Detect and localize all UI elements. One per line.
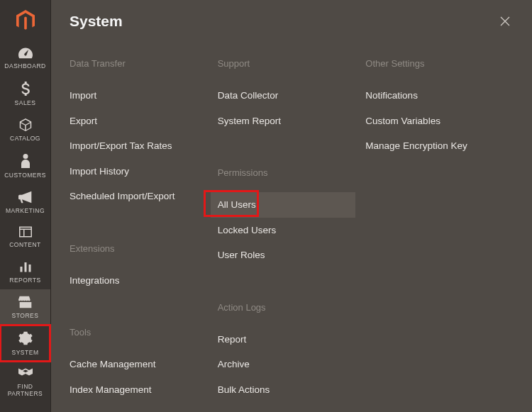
link-locked-users[interactable]: Locked Users (218, 218, 349, 243)
sidebar-item-label: STORES (12, 312, 39, 319)
sidebar-item-label: SALES (15, 99, 36, 106)
link-index-management[interactable]: Index Management (70, 377, 201, 403)
magento-logo[interactable] (0, 0, 50, 41)
link-import-export-tax-rates[interactable]: Import/Export Tax Rates (70, 133, 201, 159)
gear-icon (18, 331, 33, 345)
link-archive[interactable]: Archive (218, 352, 349, 377)
sidebar-item-sales[interactable]: SALES (0, 75, 50, 112)
link-bulk-actions[interactable]: Bulk Actions (218, 377, 349, 403)
sidebar-item-label: CATALOG (10, 135, 40, 142)
link-report[interactable]: Report (218, 327, 349, 352)
menu-column-2: Support Data Collector System Report Per… (218, 45, 366, 402)
link-notifications[interactable]: Notifications (365, 83, 497, 108)
section-tools: Tools (70, 327, 201, 338)
link-export[interactable]: Export (70, 108, 201, 134)
link-user-roles[interactable]: User Roles (218, 243, 349, 268)
link-custom-variables[interactable]: Custom Variables (365, 108, 497, 134)
dashboard-icon (18, 48, 33, 59)
sidebar-item-system[interactable]: SYSTEM (0, 325, 50, 362)
sidebar-item-customers[interactable]: CUSTOMERS (0, 147, 50, 184)
link-scheduled-import-export[interactable]: Scheduled Import/Export (70, 184, 201, 209)
bar-chart-icon (19, 260, 32, 273)
close-button[interactable] (497, 13, 514, 30)
layout-icon (19, 226, 32, 238)
sidebar-item-find-partners[interactable]: FIND PARTNERS (0, 362, 50, 403)
link-system-report[interactable]: System Report (218, 108, 349, 134)
svg-point-0 (23, 154, 28, 159)
section-data-transfer: Data Transfer (70, 58, 201, 69)
sidebar-item-label: FIND PARTNERS (0, 383, 50, 397)
section-support: Support (218, 58, 349, 69)
sidebar-item-label: CONTENT (9, 241, 41, 248)
link-cache-management[interactable]: Cache Management (70, 352, 201, 377)
link-import[interactable]: Import (70, 83, 201, 108)
section-other-settings: Other Settings (365, 58, 497, 69)
menu-columns: Data Transfer Import Export Import/Expor… (51, 45, 532, 402)
link-manage-encryption-key[interactable]: Manage Encryption Key (365, 133, 497, 159)
sidebar-item-content[interactable]: CONTENT (0, 220, 50, 254)
section-extensions: Extensions (70, 243, 201, 254)
sidebar-item-label: REPORTS (9, 277, 40, 284)
sidebar-item-label: MARKETING (6, 207, 45, 214)
sidebar-item-catalog[interactable]: CATALOG (0, 112, 50, 147)
dollar-icon (21, 82, 30, 96)
handshake-icon (18, 368, 33, 379)
link-all-users-label: All Users (218, 199, 256, 210)
link-import-history[interactable]: Import History (70, 159, 201, 184)
sidebar-item-reports[interactable]: REPORTS (0, 254, 50, 289)
admin-sidebar: DASHBOARD SALES CATALOG CUSTOMERS MARKET… (0, 0, 51, 412)
sidebar-item-dashboard[interactable]: DASHBOARD (0, 41, 50, 75)
menu-column-3: Other Settings Notifications Custom Vari… (365, 45, 514, 402)
sidebar-item-stores[interactable]: STORES (0, 289, 50, 325)
link-all-users[interactable]: All Users (211, 192, 356, 218)
system-flyout-panel: System Data Transfer Import Export Impor… (51, 0, 532, 412)
person-icon (21, 154, 30, 168)
close-icon (500, 16, 510, 26)
sidebar-item-label: SYSTEM (12, 349, 39, 356)
sidebar-item-label: DASHBOARD (4, 62, 45, 69)
sidebar-item-marketing[interactable]: MARKETING (0, 184, 50, 220)
cube-icon (19, 118, 32, 131)
sidebar-item-label: CUSTOMERS (4, 172, 46, 179)
store-icon (18, 296, 33, 308)
section-action-logs: Action Logs (218, 302, 349, 313)
section-permissions: Permissions (218, 167, 349, 178)
link-data-collector[interactable]: Data Collector (218, 83, 349, 108)
link-integrations[interactable]: Integrations (70, 268, 201, 294)
megaphone-icon (18, 191, 33, 204)
panel-title: System (70, 13, 123, 30)
panel-header: System (51, 0, 532, 45)
menu-column-1: Data Transfer Import Export Import/Expor… (70, 45, 218, 402)
